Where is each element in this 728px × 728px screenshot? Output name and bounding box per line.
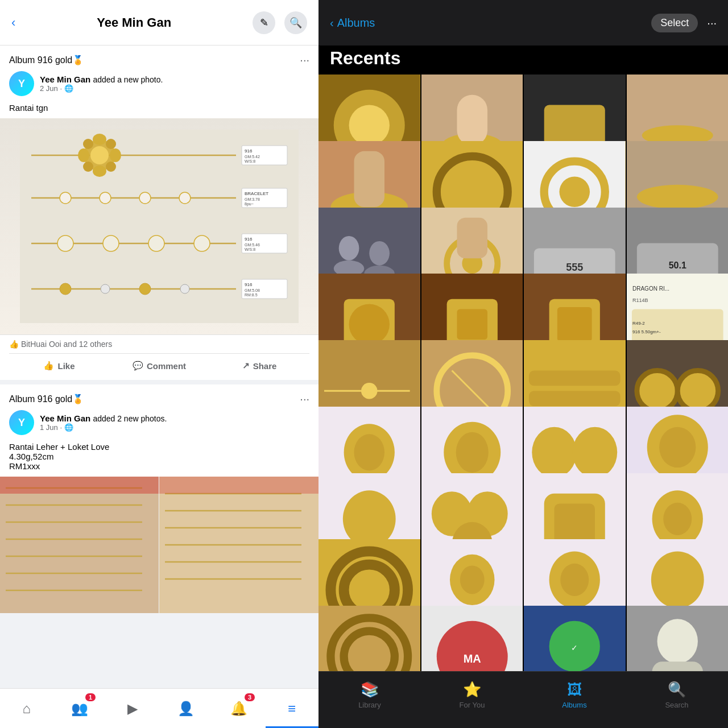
page-title: Yee Min Gan — [97, 15, 171, 30]
svg-rect-59 — [159, 477, 318, 494]
svg-point-18 — [100, 192, 111, 204]
share-icon: ↗ — [242, 361, 250, 371]
header-icons: ✎ 🔍 — [253, 11, 307, 34]
grid-cell-34[interactable]: MA — [421, 606, 523, 671]
post-2-author: Y Yee Min Gan added 2 new photos. 1 Jun … — [0, 410, 318, 440]
post-image-right[interactable] — [159, 477, 318, 613]
svg-point-10 — [83, 162, 93, 172]
svg-rect-185 — [652, 661, 702, 671]
profile-icon: 👤 — [177, 701, 195, 717]
author-avatar-2: Y — [9, 410, 34, 435]
photos-nav-search[interactable]: 🔍 Search — [626, 681, 728, 709]
svg-rect-67 — [544, 105, 605, 146]
notifications-badge: 3 — [245, 693, 255, 701]
facebook-panel: ‹ Yee Min Gan ✎ 🔍 Album 916 gold🏅 ··· Y … — [0, 0, 318, 728]
svg-text:GM:5.42: GM:5.42 — [245, 155, 260, 159]
photos-grid: 0:09 0:09 — [318, 75, 728, 671]
avatar-image-2: Y — [9, 410, 34, 435]
nav-home[interactable]: ⌂ — [0, 689, 53, 728]
chains-svg-right — [159, 477, 318, 613]
photos-nav-foryou[interactable]: ⭐ For You — [421, 681, 523, 709]
cell-34-image: MA — [421, 606, 523, 671]
friends-icon: 👥 — [71, 701, 88, 717]
svg-text:916: 916 — [245, 282, 253, 287]
home-icon: ⌂ — [22, 701, 31, 717]
foryou-icon: ⭐ — [463, 681, 481, 698]
svg-text:8pu~: 8pu~ — [245, 202, 254, 206]
albums-nav-label: Albums — [562, 701, 586, 709]
albums-nav-icon: 🖼 — [567, 681, 582, 698]
search-nav-icon: 🔍 — [668, 681, 686, 698]
cell-33-image — [318, 606, 420, 671]
svg-text:GM:3.78: GM:3.78 — [245, 197, 260, 201]
more-button[interactable]: ··· — [707, 16, 717, 30]
svg-point-143 — [343, 490, 396, 547]
edit-button[interactable]: ✎ — [253, 11, 275, 34]
svg-point-162 — [460, 566, 484, 594]
svg-text:R114B: R114B — [632, 297, 648, 303]
nav-watch[interactable]: ▶ — [106, 689, 159, 728]
grid-cell-35[interactable]: ✓ — [524, 606, 626, 671]
svg-point-166 — [560, 564, 589, 596]
menu-icon: ≡ — [288, 701, 296, 717]
fb-bottom-nav: ⌂ 1 👥 ▶ 👤 3 🔔 ≡ — [0, 688, 318, 728]
share-label: Share — [253, 361, 277, 371]
nav-notifications[interactable]: 3 🔔 — [212, 689, 265, 728]
notifications-icon: 🔔 — [230, 701, 247, 717]
fb-content: Album 916 gold🏅 ··· Y Yee Min Gan added … — [0, 46, 318, 688]
svg-text:916: 916 — [245, 237, 253, 242]
nav-menu[interactable]: ≡ — [266, 689, 318, 728]
nav-profile[interactable]: 👤 — [159, 689, 212, 728]
library-label: Library — [358, 701, 381, 709]
post-1-reactions: 👍 BitHuai Ooi and 12 others 👍 Like 💬 Com… — [0, 334, 318, 380]
photos-nav-albums[interactable]: 🖼 Albums — [523, 681, 626, 709]
cell-35-image: ✓ — [524, 606, 626, 671]
svg-point-134 — [532, 427, 577, 478]
svg-point-36 — [101, 284, 110, 293]
search-button[interactable]: 🔍 — [284, 11, 307, 34]
comment-button[interactable]: 💬 Comment — [109, 356, 209, 375]
svg-point-84 — [369, 241, 390, 265]
photos-back-button[interactable]: ‹ Albums — [330, 16, 375, 30]
svg-point-122 — [677, 371, 718, 411]
fb-post-1: Album 916 gold🏅 ··· Y Yee Min Gan added … — [0, 46, 318, 380]
author-avatar: Y — [9, 71, 34, 96]
svg-text:W/S:8: W/S:8 — [245, 159, 255, 163]
post-2-images[interactable] — [0, 477, 318, 613]
svg-point-26 — [57, 235, 73, 251]
svg-text:R49-2: R49-2 — [632, 321, 645, 326]
back-button[interactable]: ‹ — [11, 15, 15, 30]
svg-point-4 — [93, 134, 106, 145]
share-button[interactable]: ↗ Share — [209, 356, 309, 375]
svg-point-27 — [103, 235, 119, 251]
svg-point-184 — [657, 619, 697, 664]
svg-point-140 — [659, 427, 696, 468]
like-label: Like — [57, 361, 75, 371]
photos-nav-library[interactable]: 📚 Library — [318, 681, 421, 709]
svg-point-8 — [83, 139, 93, 149]
svg-point-37 — [139, 283, 151, 295]
photos-header-right: Select ··· — [651, 14, 717, 32]
post-1-more[interactable]: ··· — [300, 53, 309, 67]
svg-point-79 — [636, 185, 718, 209]
foryou-label: For You — [460, 701, 485, 709]
photos-header: ‹ Albums Select ··· — [318, 0, 728, 46]
post-image-left[interactable] — [0, 477, 159, 613]
svg-point-62 — [349, 105, 390, 146]
select-button[interactable]: Select — [651, 14, 698, 32]
post-1-author: Y Yee Min Gan added a new photo. 2 Jun ·… — [0, 71, 318, 101]
post-1-image[interactable]: 916 GM:5.42 W/S:8 BRACELET GM:3.78 8pu~ — [0, 118, 318, 334]
nav-friends[interactable]: 1 👥 — [53, 689, 106, 728]
post-2-more[interactable]: ··· — [300, 392, 309, 406]
grid-cell-36[interactable] — [627, 606, 729, 671]
like-button[interactable]: 👍 Like — [9, 356, 109, 375]
chains-svg-left — [0, 477, 159, 613]
author-info-2: Yee Min Gan added 2 new photos. 1 Jun · … — [40, 413, 167, 432]
svg-text:50.1: 50.1 — [668, 260, 686, 270]
author-name: Yee Min Gan added a new photo. — [40, 75, 163, 84]
grid-cell-33[interactable]: 0:11 — [318, 606, 420, 671]
svg-rect-118 — [529, 391, 621, 406]
svg-text:GM:5.08: GM:5.08 — [245, 288, 260, 292]
svg-point-38 — [180, 284, 189, 293]
post-1-caption: Rantai tgn — [0, 101, 318, 118]
